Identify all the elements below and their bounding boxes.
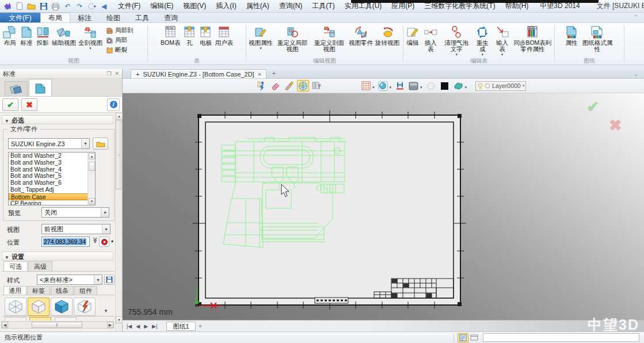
- tab-advanced[interactable]: 高级: [28, 261, 52, 271]
- combo-dropdown-icon[interactable]: ▾: [102, 224, 110, 234]
- view-combo[interactable]: 前视图 ▾: [41, 224, 110, 234]
- drawing-canvas[interactable]: ✔ ✖ 755.954 mm: [123, 93, 644, 320]
- ribbon-button-standard-view[interactable]: 标准: [18, 24, 35, 57]
- app-logo-icon[interactable]: [2, 1, 12, 11]
- ribbon-button-rotate-view[interactable]: 旋转视图: [374, 24, 401, 57]
- scrollbar-thumb[interactable]: [89, 162, 95, 171]
- info-button[interactable]: i: [107, 98, 120, 111]
- ribbon-button-local-section[interactable]: 局部剖: [106, 26, 134, 35]
- selection-filter-icon[interactable]: [87, 1, 97, 11]
- list-item[interactable]: Bolt_ Tappet Adj: [9, 186, 95, 193]
- ribbon-button-redefine-section-view[interactable]: 重定义剖面视图: [311, 24, 348, 57]
- tab-pin-icon[interactable]: +: [136, 71, 139, 78]
- scroll-down-icon[interactable]: ▼: [116, 317, 123, 323]
- combo-dropdown-icon[interactable]: ▾: [523, 83, 525, 88]
- drawing-sheet[interactable]: [193, 110, 466, 310]
- scroll-right-icon[interactable]: ▶: [107, 322, 113, 328]
- list-scrollbar[interactable]: ▲ ▼: [87, 153, 95, 205]
- ribbon-button-insert-table[interactable]: 插入表: [421, 24, 440, 57]
- tab-label[interactable]: 标签: [27, 286, 50, 295]
- prev-sheet-icon[interactable]: ◀: [135, 323, 141, 329]
- menu-tools[interactable]: 工具(T): [308, 0, 338, 12]
- panel-horizontal-scrollbar[interactable]: ◀ ⦀ ▶: [1, 321, 114, 329]
- save-style-button[interactable]: [104, 275, 115, 285]
- ribbon-tab-tools[interactable]: 工具: [128, 13, 157, 22]
- constraint-status-icon[interactable]: [394, 80, 406, 92]
- pick-dropdown-icon[interactable]: ▾: [111, 239, 113, 244]
- ribbon-button-projection-view[interactable]: 投影: [35, 24, 51, 57]
- ribbon-button-layout[interactable]: 布局: [1, 24, 18, 57]
- ribbon-button-broken-view[interactable]: 断裂: [106, 46, 134, 54]
- grid-toggle-icon[interactable]: [360, 80, 372, 92]
- dropdown-arrow-icon[interactable]: ▾: [455, 52, 458, 56]
- panel-vertical-scrollbar[interactable]: ▲ = ▼: [115, 113, 122, 331]
- combo-dropdown-icon[interactable]: ▾: [101, 208, 109, 217]
- tab-overflow-icon[interactable]: ⌄: [634, 71, 644, 78]
- tab-component[interactable]: 组件: [74, 286, 97, 295]
- ribbon-button-view-attributes[interactable]: 视图属性 ▾: [247, 24, 274, 57]
- add-sheet-icon[interactable]: +: [197, 322, 204, 330]
- show-all-views-icon[interactable]: [297, 80, 309, 92]
- ribbon-collapse-icon[interactable]: ⌃: [634, 13, 644, 22]
- vscrollbar-thumb[interactable]: =: [116, 120, 123, 189]
- ribbon-button-sync-bom[interactable]: BOM 同步BOM表到零件属性: [512, 24, 553, 57]
- scroll-left-icon[interactable]: ◀: [2, 322, 8, 328]
- position-input[interactable]: 274.083,369.34: [41, 237, 90, 247]
- dropdown-arrow-icon[interactable]: ▾: [372, 85, 375, 90]
- new-file-icon[interactable]: [14, 1, 24, 11]
- panel-tab-layout[interactable]: [5, 81, 28, 96]
- menu-file[interactable]: 文件(F): [114, 0, 144, 12]
- ribbon-button-detail-view[interactable]: 局部: [106, 36, 134, 44]
- cancel-button[interactable]: ✖: [21, 98, 37, 111]
- ribbon-button-sheet-format-attributes[interactable]: 图纸格式属性: [580, 24, 615, 57]
- section-settings[interactable]: ▼设置: [2, 251, 113, 261]
- floating-ok-mark[interactable]: ✔: [586, 98, 600, 116]
- ribbon-button-electrode-table[interactable]: 电极: [197, 24, 214, 57]
- output-window-icon[interactable]: [468, 333, 479, 342]
- selection-set-icon[interactable]: [425, 80, 437, 92]
- tab-close-icon[interactable]: ×: [258, 71, 261, 78]
- list-item[interactable]: CP Bearing: [9, 200, 95, 205]
- ribbon-button-view-part[interactable]: 视图零件: [348, 24, 374, 57]
- dropdown-arrow-icon[interactable]: ▾: [420, 85, 422, 90]
- scroll-up-icon[interactable]: ▲: [116, 113, 123, 120]
- next-sheet-icon[interactable]: ▶: [143, 323, 149, 329]
- dropdown-arrow-icon[interactable]: ▾: [465, 85, 467, 90]
- ribbon-button-bom-table[interactable]: BOM BOM表: [159, 24, 181, 57]
- panel-tab-standard[interactable]: [29, 79, 52, 96]
- ribbon-button-edit[interactable]: 编辑: [405, 24, 421, 57]
- tab-general[interactable]: 通用: [3, 286, 26, 295]
- point-pick-button[interactable]: [99, 237, 109, 247]
- ribbon-button-auxiliary-view[interactable]: 辅助视图: [51, 24, 77, 57]
- style-combo[interactable]: <来自标准> ▾: [37, 275, 102, 285]
- filter-list-icon[interactable]: [311, 80, 323, 92]
- ribbon-tab-file[interactable]: 文件(F): [0, 13, 40, 22]
- menu-view[interactable]: 视图(V): [179, 0, 210, 12]
- dropdown-arrow-icon[interactable]: ▾: [482, 52, 484, 56]
- ribbon-button-redefine-detail-view[interactable]: 重定义局部视图: [274, 24, 311, 57]
- dropdown-arrow-icon[interactable]: ▾: [501, 52, 504, 56]
- expand-chevrons-icon[interactable]: ≫: [92, 237, 98, 243]
- prompt-toggle-icon[interactable]: [458, 333, 468, 342]
- shaded-background-icon[interactable]: [407, 80, 420, 92]
- dropdown-arrow-icon[interactable]: ▾: [260, 46, 262, 50]
- display-shaded-button[interactable]: [51, 298, 73, 316]
- ribbon-button-hole-table[interactable]: 孔: [181, 24, 197, 57]
- new-tab-button[interactable]: +: [266, 70, 281, 78]
- browse-folder-button[interactable]: [93, 138, 108, 150]
- display-quick-button[interactable]: [74, 298, 96, 316]
- tab-optional[interactable]: 可选: [3, 261, 28, 271]
- hscrollbar-thumb[interactable]: ⦀: [32, 322, 82, 328]
- menu-attributes[interactable]: 属性(A): [242, 0, 273, 12]
- open-file-icon[interactable]: [26, 1, 36, 11]
- line-color-swatch[interactable]: [439, 80, 451, 92]
- tab-lines[interactable]: 线条: [51, 286, 74, 295]
- blank-brush-icon[interactable]: [283, 80, 295, 92]
- back-icon[interactable]: ◀: [99, 1, 109, 11]
- display-wireframe-button[interactable]: [5, 298, 26, 316]
- ribbon-button-clean-balloon-text[interactable]: 清理气泡文字 ▾: [440, 24, 472, 57]
- combo-dropdown-icon[interactable]: ▾: [81, 139, 89, 148]
- menu-edit[interactable]: 编辑(E): [146, 0, 177, 12]
- document-tab[interactable]: + SUZUKI Engine.Z3 - [Bottom Case_2D] ×: [131, 69, 266, 78]
- dropdown-arrow-icon[interactable]: ▾: [89, 46, 92, 50]
